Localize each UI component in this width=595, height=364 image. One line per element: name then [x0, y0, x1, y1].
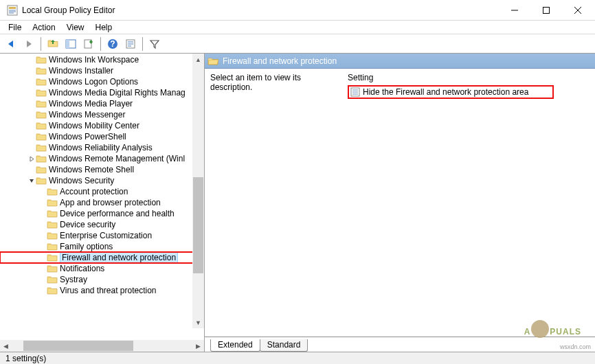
tree-item[interactable]: Account protection	[0, 186, 204, 197]
folder-icon	[207, 56, 218, 66]
scroll-down-icon[interactable]: ▼	[192, 317, 204, 328]
watermark: wsxdn.com	[560, 343, 591, 350]
show-hide-tree-button[interactable]	[63, 36, 79, 52]
export-button[interactable]	[80, 36, 97, 52]
tree-vertical-scrollbar[interactable]: ▲ ▼	[192, 54, 204, 328]
menu-view[interactable]: View	[61, 21, 90, 34]
minimize-button[interactable]	[499, 0, 530, 21]
chevron-right-icon[interactable]	[27, 156, 36, 162]
menu-bar: File Action View Help	[0, 21, 595, 34]
tree-item[interactable]: Enterprise Customization	[0, 230, 204, 241]
chevron-down-icon[interactable]	[27, 178, 36, 184]
folder-icon	[36, 121, 47, 130]
up-button[interactable]	[45, 36, 61, 52]
tree-item[interactable]: App and browser protection	[0, 197, 204, 208]
tree-item-label: Windows Ink Workspace	[49, 55, 139, 65]
tree-item[interactable]: Windows Reliability Analysis	[0, 142, 204, 153]
folder-icon	[47, 231, 58, 240]
tree-item-label: Windows PowerShell	[49, 132, 126, 141]
tree-item-label: Windows Remote Management (Winl	[49, 154, 185, 163]
tree-item[interactable]: Windows Mobility Center	[0, 120, 204, 131]
title-bar: Local Group Policy Editor	[0, 0, 595, 21]
folder-icon	[36, 77, 47, 87]
status-bar: 1 setting(s)	[0, 352, 595, 364]
detail-header: Firewall and network protection	[205, 54, 595, 69]
description-prompt: Select an item to view its description.	[210, 73, 301, 92]
filter-button[interactable]	[146, 36, 163, 52]
help-button[interactable]: ?	[104, 36, 121, 52]
svg-rect-14	[66, 40, 69, 48]
tree-item[interactable]: Windows Remote Management (Winl	[0, 153, 204, 164]
scroll-left-icon[interactable]: ◀	[0, 340, 12, 352]
scroll-right-icon[interactable]: ▶	[192, 340, 204, 352]
folder-icon	[47, 198, 58, 207]
setting-label: Hide the Firewall and network protection…	[363, 87, 528, 97]
tree-item-label: Windows Mobility Center	[49, 121, 139, 130]
folder-icon	[36, 165, 47, 174]
scroll-up-icon[interactable]: ▲	[192, 54, 204, 65]
folder-icon	[36, 88, 47, 98]
folder-icon	[47, 253, 58, 262]
tree-item[interactable]: Notifications	[0, 263, 204, 274]
folder-icon	[47, 286, 58, 295]
tree-item[interactable]: Systray	[0, 274, 204, 285]
folder-icon	[47, 209, 58, 218]
tree-item[interactable]: Windows Logon Options	[0, 76, 204, 87]
scroll-thumb[interactable]	[193, 177, 203, 273]
folder-icon	[47, 187, 58, 196]
tree-item[interactable]: Windows PowerShell	[0, 131, 204, 142]
tree-item-label: Windows Reliability Analysis	[49, 143, 153, 152]
forward-button[interactable]	[21, 36, 37, 52]
tree-item-label: Windows Messenger	[49, 110, 125, 120]
tree-item-label: Windows Logon Options	[49, 77, 138, 87]
tree-item-label: Systray	[60, 275, 87, 284]
tree-item[interactable]: Windows Messenger	[0, 109, 204, 120]
tree-item[interactable]: Device security	[0, 219, 204, 230]
tree-item-label: Device security	[60, 220, 115, 229]
folder-icon	[36, 110, 47, 120]
tree-item[interactable]: Firewall and network protection	[0, 252, 204, 263]
policy-tree[interactable]: Windows Ink WorkspaceWindows InstallerWi…	[0, 54, 204, 297]
tree-item[interactable]: Windows Media Digital Rights Manag	[0, 87, 204, 98]
settings-list: Setting Hide the Firewall and network pr…	[348, 73, 590, 337]
tab-extended[interactable]: Extended	[210, 339, 260, 352]
menu-file[interactable]: File	[3, 21, 27, 34]
folder-icon	[36, 143, 47, 152]
tree-item[interactable]: Windows Ink Workspace	[0, 54, 204, 65]
back-button[interactable]	[3, 36, 19, 52]
tree-item[interactable]: Device performance and health	[0, 208, 204, 219]
tree-item[interactable]: Virus and threat protection	[0, 285, 204, 296]
tree-item[interactable]: Windows Media Player	[0, 98, 204, 109]
tree-item-label: Windows Security	[49, 176, 114, 185]
tree-item-label: Notifications	[60, 264, 104, 273]
tree-item-label: Account protection	[60, 187, 128, 196]
tree-item[interactable]: Family options	[0, 241, 204, 252]
status-text: 1 setting(s)	[3, 354, 49, 363]
close-button[interactable]	[562, 0, 594, 21]
tree-item[interactable]: Windows Security	[0, 175, 204, 186]
folder-icon	[47, 242, 58, 251]
toolbar: ?	[0, 34, 595, 54]
tree-horizontal-scrollbar[interactable]: ◀ ▶	[0, 340, 204, 352]
tree-item-label: Device performance and health	[60, 209, 175, 218]
scroll-thumb-h[interactable]	[23, 341, 133, 351]
tab-standard[interactable]: Standard	[260, 339, 308, 352]
appuals-logo: APUALS	[524, 317, 581, 339]
setting-row[interactable]: Hide the Firewall and network protection…	[348, 85, 554, 99]
tree-item-label: Windows Installer	[49, 66, 113, 76]
maximize-button[interactable]	[530, 0, 562, 21]
tree-item-label: Windows Media Digital Rights Manag	[49, 88, 186, 98]
tree-item-label: App and browser protection	[60, 198, 161, 207]
tree-item[interactable]: Windows Remote Shell	[0, 164, 204, 175]
menu-action[interactable]: Action	[27, 21, 60, 34]
properties-button[interactable]	[122, 36, 139, 52]
column-header-setting[interactable]: Setting	[348, 73, 590, 85]
tree-item-label: Family options	[60, 242, 113, 251]
folder-icon	[47, 264, 58, 273]
tree-pane: Windows Ink WorkspaceWindows InstallerWi…	[0, 54, 205, 352]
menu-help[interactable]: Help	[90, 21, 118, 34]
folder-icon	[36, 55, 47, 65]
svg-text:?: ?	[110, 39, 115, 49]
tree-item[interactable]: Windows Installer	[0, 65, 204, 76]
tree-item-label: Windows Remote Shell	[49, 165, 134, 174]
